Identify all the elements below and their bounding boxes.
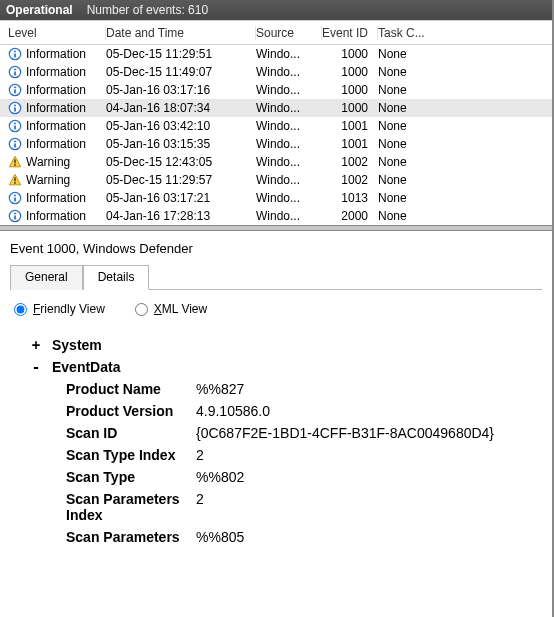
eventdata-key: Scan Type Index [66, 447, 196, 463]
eventdata-key: Scan ID [66, 425, 196, 441]
detail-tabs: General Details [10, 264, 542, 290]
cell-eventid: 1013 [322, 191, 378, 205]
tab-general[interactable]: General [10, 265, 83, 290]
cell-task: None [378, 65, 438, 79]
cell-task: None [378, 155, 438, 169]
warning-icon [8, 155, 22, 169]
table-row[interactable]: Information04-Jan-16 18:07:34Windo...100… [0, 99, 552, 117]
expand-icon[interactable]: + [30, 337, 42, 353]
view-mode-group: Friendly View XML View [10, 300, 542, 330]
cell-eventid: 1000 [322, 83, 378, 97]
tab-details[interactable]: Details [83, 265, 150, 290]
cell-date: 05-Dec-15 12:43:05 [106, 155, 256, 169]
eventdata-row: Product Name%%827 [30, 378, 542, 400]
cell-source: Windo... [256, 191, 322, 205]
radio-xml-input[interactable] [135, 303, 148, 316]
cell-date: 05-Jan-16 03:17:16 [106, 83, 256, 97]
cell-source: Windo... [256, 119, 322, 133]
table-row[interactable]: Information05-Jan-16 03:42:10Windo...100… [0, 117, 552, 135]
cell-source: Windo... [256, 65, 322, 79]
cell-level: Warning [26, 173, 70, 187]
info-icon [8, 137, 22, 151]
eventdata-value: 4.9.10586.0 [196, 403, 270, 419]
radio-friendly-view[interactable]: Friendly View [14, 302, 105, 316]
eventdata-value: 2 [196, 491, 204, 507]
collapse-icon[interactable]: - [30, 359, 42, 375]
cell-date: 05-Jan-16 03:42:10 [106, 119, 256, 133]
col-header-level[interactable]: Level [8, 26, 106, 40]
cell-level: Information [26, 137, 86, 151]
table-row[interactable]: Information05-Dec-15 11:29:51Windo...100… [0, 45, 552, 63]
table-row[interactable]: Warning05-Dec-15 11:29:57Windo...1002Non… [0, 171, 552, 189]
cell-task: None [378, 119, 438, 133]
grid-header[interactable]: Level Date and Time Source Event ID Task… [0, 21, 552, 45]
col-header-eventid[interactable]: Event ID [322, 26, 378, 40]
info-icon [8, 65, 22, 79]
eventdata-row: Scan Parameters Index2 [30, 488, 542, 526]
radio-friendly-input[interactable] [14, 303, 27, 316]
col-header-task[interactable]: Task C... [378, 26, 438, 40]
info-icon [8, 47, 22, 61]
cell-source: Windo... [256, 209, 322, 223]
radio-friendly-label: Friendly View [33, 302, 105, 316]
node-system[interactable]: + System [30, 334, 542, 356]
cell-level: Information [26, 83, 86, 97]
cell-eventid: 1001 [322, 137, 378, 151]
cell-date: 05-Dec-15 11:29:57 [106, 173, 256, 187]
cell-eventid: 1002 [322, 173, 378, 187]
node-eventdata[interactable]: - EventData [30, 356, 542, 378]
radio-xml-view[interactable]: XML View [135, 302, 207, 316]
col-header-date[interactable]: Date and Time [106, 26, 256, 40]
cell-level: Information [26, 209, 86, 223]
cell-eventid: 1001 [322, 119, 378, 133]
table-row[interactable]: Warning05-Dec-15 12:43:05Windo...1002Non… [0, 153, 552, 171]
eventdata-key: Scan Parameters Index [66, 491, 196, 523]
cell-task: None [378, 101, 438, 115]
eventdata-value: %%805 [196, 529, 244, 545]
table-row[interactable]: Information05-Jan-16 03:15:35Windo...100… [0, 135, 552, 153]
radio-xml-label: XML View [154, 302, 207, 316]
cell-level: Information [26, 65, 86, 79]
cell-date: 05-Dec-15 11:29:51 [106, 47, 256, 61]
cell-eventid: 1002 [322, 155, 378, 169]
info-icon [8, 83, 22, 97]
cell-task: None [378, 191, 438, 205]
cell-eventid: 1000 [322, 65, 378, 79]
eventdata-value: {0C687F2E-1BD1-4CFF-B31F-8AC0049680D4} [196, 425, 494, 441]
table-row[interactable]: Information05-Jan-16 03:17:16Windo...100… [0, 81, 552, 99]
warning-icon [8, 173, 22, 187]
eventdata-value: 2 [196, 447, 204, 463]
eventdata-row: Scan ID{0C687F2E-1BD1-4CFF-B31F-8AC00496… [30, 422, 542, 444]
cell-date: 05-Jan-16 03:17:21 [106, 191, 256, 205]
panel-titlebar: Operational Number of events: 610 [0, 0, 552, 20]
table-row[interactable]: Information05-Dec-15 11:49:07Windo...100… [0, 63, 552, 81]
cell-level: Warning [26, 155, 70, 169]
cell-level: Information [26, 191, 86, 205]
col-header-source[interactable]: Source [256, 26, 322, 40]
events-grid: Level Date and Time Source Event ID Task… [0, 20, 552, 225]
panel-title: Operational [6, 3, 73, 17]
eventdata-row: Scan Parameters%%805 [30, 526, 542, 548]
info-icon [8, 191, 22, 205]
cell-task: None [378, 137, 438, 151]
node-eventdata-label: EventData [52, 359, 120, 375]
cell-task: None [378, 173, 438, 187]
table-row[interactable]: Information04-Jan-16 17:28:13Windo...200… [0, 207, 552, 225]
eventdata-value: %%802 [196, 469, 244, 485]
cell-source: Windo... [256, 137, 322, 151]
cell-date: 04-Jan-16 18:07:34 [106, 101, 256, 115]
cell-level: Information [26, 119, 86, 133]
cell-source: Windo... [256, 101, 322, 115]
table-row[interactable]: Information05-Jan-16 03:17:21Windo...101… [0, 189, 552, 207]
cell-task: None [378, 47, 438, 61]
eventdata-row: Scan Type Index2 [30, 444, 542, 466]
info-icon [8, 209, 22, 223]
cell-date: 04-Jan-16 17:28:13 [106, 209, 256, 223]
info-icon [8, 119, 22, 133]
detail-title: Event 1000, Windows Defender [10, 239, 542, 264]
eventdata-key: Product Name [66, 381, 196, 397]
cell-source: Windo... [256, 155, 322, 169]
info-icon [8, 101, 22, 115]
cell-eventid: 2000 [322, 209, 378, 223]
eventdata-key: Scan Type [66, 469, 196, 485]
